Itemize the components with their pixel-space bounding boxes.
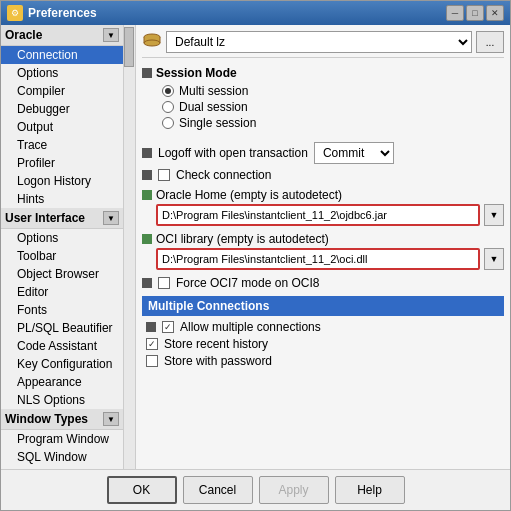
oracle-home-label-row: Oracle Home (empty is autodetect) [142, 188, 504, 202]
check-connection-row[interactable]: Check connection [142, 168, 504, 182]
sidebar-section-oracle-toggle[interactable]: ▼ [103, 28, 119, 42]
check-connection-checkbox[interactable] [158, 169, 170, 181]
sidebar-section-window-types[interactable]: Window Types ▼ [1, 409, 123, 430]
session-mode-options: Multi session Dual session Single sessio… [162, 84, 504, 130]
sidebar-section-ui-toggle[interactable]: ▼ [103, 211, 119, 225]
maximize-button[interactable]: □ [466, 5, 484, 21]
sidebar-item-hints[interactable]: Hints [1, 190, 123, 208]
allow-multiple-icon [146, 322, 156, 332]
session-mode-label: Session Mode [156, 66, 237, 80]
logoff-label: Logoff with open transaction [158, 146, 308, 160]
sidebar-section-user-interface[interactable]: User Interface ▼ [1, 208, 123, 229]
ok-button[interactable]: OK [107, 476, 177, 504]
sidebar-item-key-config[interactable]: Key Configuration [1, 355, 123, 373]
radio-single-session-label: Single session [179, 116, 256, 130]
help-button[interactable]: Help [335, 476, 405, 504]
session-mode-multi[interactable]: Multi session [162, 84, 504, 98]
logoff-row: Logoff with open transaction Commit Roll… [142, 142, 504, 164]
oci-library-block: OCI library (empty is autodetect) ▼ [142, 232, 504, 270]
oci-library-label: OCI library (empty is autodetect) [156, 232, 329, 246]
sidebar-item-output[interactable]: Output [1, 118, 123, 136]
radio-multi-session[interactable] [162, 85, 174, 97]
sidebar-item-program-window[interactable]: Program Window [1, 430, 123, 448]
sidebar-item-profiler[interactable]: Profiler [1, 154, 123, 172]
sidebar-item-nls-options[interactable]: NLS Options [1, 391, 123, 409]
radio-dual-session-label: Dual session [179, 100, 248, 114]
sidebar-section-oracle-label: Oracle [5, 28, 42, 42]
store-password-label: Store with password [164, 354, 272, 368]
connection-more-button[interactable]: ... [476, 31, 504, 53]
sidebar-items: Oracle ▼ Connection Options Compiler Deb… [1, 25, 123, 469]
session-mode-dual[interactable]: Dual session [162, 100, 504, 114]
apply-button[interactable]: Apply [259, 476, 329, 504]
sidebar-scrollbar-thumb[interactable] [124, 27, 134, 67]
oracle-home-input-row: ▼ [156, 204, 504, 226]
main-content: Oracle ▼ Connection Options Compiler Deb… [1, 25, 510, 469]
sidebar-item-test-window[interactable]: Test Window [1, 466, 123, 469]
sidebar-item-logon-history[interactable]: Logon History [1, 172, 123, 190]
sidebar-item-options[interactable]: Options [1, 64, 123, 82]
session-mode-icon [142, 68, 152, 78]
oci-library-label-row: OCI library (empty is autodetect) [142, 232, 504, 246]
sidebar-item-code-assistant[interactable]: Code Assistant [1, 337, 123, 355]
sidebar-item-fonts[interactable]: Fonts [1, 301, 123, 319]
cancel-button[interactable]: Cancel [183, 476, 253, 504]
connection-toolbar: Default lz ... [142, 31, 504, 58]
sidebar-section-oracle[interactable]: Oracle ▼ [1, 25, 123, 46]
sidebar: Oracle ▼ Connection Options Compiler Deb… [1, 25, 136, 469]
store-recent-checkbox[interactable]: ✓ [146, 338, 158, 350]
force-oci7-row[interactable]: Force OCI7 mode on OCI8 [142, 276, 504, 290]
oracle-home-status-icon [142, 190, 152, 200]
window-controls: ─ □ ✕ [446, 5, 504, 21]
sidebar-item-connection[interactable]: Connection [1, 46, 123, 64]
allow-multiple-checkbox[interactable]: ✓ [162, 321, 174, 333]
oci-library-dropdown-button[interactable]: ▼ [484, 248, 504, 270]
force-oci7-icon [142, 278, 152, 288]
app-icon: ⚙ [7, 5, 23, 21]
store-recent-row[interactable]: ✓ Store recent history [142, 337, 504, 351]
oci-library-input[interactable] [156, 248, 480, 270]
sidebar-item-sql-window[interactable]: SQL Window [1, 448, 123, 466]
sidebar-item-toolbar[interactable]: Toolbar [1, 247, 123, 265]
close-button[interactable]: ✕ [486, 5, 504, 21]
sidebar-item-trace[interactable]: Trace [1, 136, 123, 154]
oracle-home-block: Oracle Home (empty is autodetect) ▼ [142, 188, 504, 226]
minimize-button[interactable]: ─ [446, 5, 464, 21]
allow-multiple-row[interactable]: ✓ Allow multiple connections [142, 320, 504, 334]
connection-dropdown[interactable]: Default lz [166, 31, 472, 53]
bottom-bar: OK Cancel Apply Help [1, 469, 510, 510]
sidebar-scrollbar[interactable] [123, 25, 135, 469]
check-connection-label: Check connection [176, 168, 271, 182]
sidebar-item-compiler[interactable]: Compiler [1, 82, 123, 100]
title-bar-left: ⚙ Preferences [7, 5, 97, 21]
sidebar-item-debugger[interactable]: Debugger [1, 100, 123, 118]
preferences-window: ⚙ Preferences ─ □ ✕ Oracle ▼ Connection … [0, 0, 511, 511]
database-icon [142, 32, 162, 52]
store-password-checkbox[interactable] [146, 355, 158, 367]
window-title: Preferences [28, 6, 97, 20]
sidebar-item-appearance[interactable]: Appearance [1, 373, 123, 391]
store-recent-label: Store recent history [164, 337, 268, 351]
sidebar-item-editor[interactable]: Editor [1, 283, 123, 301]
store-password-row[interactable]: Store with password [142, 354, 504, 368]
multiple-connections-header: Multiple Connections [142, 296, 504, 316]
right-panel: Default lz ... Session Mode Multi sessio… [136, 25, 510, 469]
logoff-icon [142, 148, 152, 158]
session-mode-section: Session Mode Multi session Dual session … [142, 66, 504, 130]
oci-library-status-icon [142, 234, 152, 244]
sidebar-item-ui-options[interactable]: Options [1, 229, 123, 247]
force-oci7-checkbox[interactable] [158, 277, 170, 289]
radio-single-session[interactable] [162, 117, 174, 129]
oci-library-input-row: ▼ [156, 248, 504, 270]
logoff-select[interactable]: Commit Rollback Ask [314, 142, 394, 164]
radio-dual-session[interactable] [162, 101, 174, 113]
session-mode-single[interactable]: Single session [162, 116, 504, 130]
session-mode-header: Session Mode [142, 66, 504, 80]
oracle-home-input[interactable] [156, 204, 480, 226]
sidebar-section-wt-toggle[interactable]: ▼ [103, 412, 119, 426]
sidebar-item-object-browser[interactable]: Object Browser [1, 265, 123, 283]
title-bar: ⚙ Preferences ─ □ ✕ [1, 1, 510, 25]
force-oci7-label: Force OCI7 mode on OCI8 [176, 276, 319, 290]
sidebar-item-plsql[interactable]: PL/SQL Beautifier [1, 319, 123, 337]
oracle-home-dropdown-button[interactable]: ▼ [484, 204, 504, 226]
